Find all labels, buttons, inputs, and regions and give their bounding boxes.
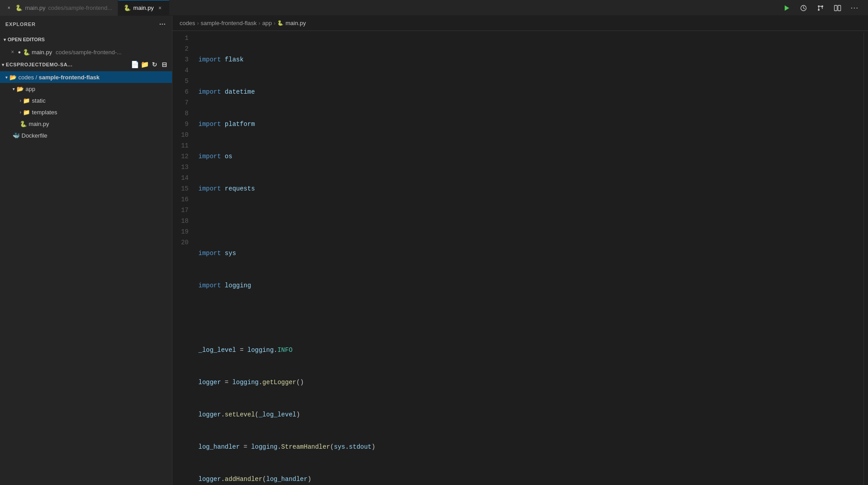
- refresh-icon[interactable]: ↻: [150, 61, 159, 69]
- svg-rect-6: [838, 5, 841, 11]
- breadcrumb-codes[interactable]: codes: [180, 20, 195, 26]
- mainpy-icon: 🐍: [20, 120, 27, 127]
- breadcrumb-file-icon: 🐍: [277, 20, 284, 26]
- breadcrumb-mainpy[interactable]: main.py: [285, 20, 306, 26]
- code-line-13: log_handler = logging.StreamHandler(sys.…: [198, 442, 864, 452]
- branch-compare-icon[interactable]: [814, 2, 827, 14]
- open-editors-label: OPEN EDITORS: [8, 37, 45, 42]
- open-editor-filename: main.py: [32, 49, 52, 56]
- app-chevron-open: ▾: [13, 87, 15, 91]
- folder-templates[interactable]: › 📁 templates: [0, 106, 172, 118]
- breadcrumb-project[interactable]: sample-frontend-flask: [201, 20, 257, 26]
- code-line-7: import sys: [198, 248, 864, 259]
- code-line-9: [198, 312, 864, 323]
- breadcrumb: codes › sample-frontend-flask › app › 🐍 …: [172, 16, 868, 31]
- line-numbers: 12345 678910 1112131415 1617181920: [172, 33, 198, 485]
- svg-point-2: [818, 5, 820, 7]
- tab-label-active: main.py: [133, 4, 154, 11]
- app-folder-label: app: [26, 86, 35, 92]
- explorer-title: EXPLORER: [5, 22, 36, 27]
- open-editor-mainpy[interactable]: × ● 🐍 main.py codes/sample-frontend-...: [0, 46, 172, 58]
- editor-area: codes › sample-frontend-flask › app › 🐍 …: [172, 16, 868, 485]
- code-line-14: logger.addHandler(log_handler): [198, 474, 864, 485]
- dockerfile-icon: 🐳: [13, 132, 20, 139]
- code-line-6: [198, 216, 864, 226]
- minimap: [864, 33, 868, 485]
- dockerfile-label: Dockerfile: [21, 132, 47, 139]
- split-editor-icon[interactable]: [831, 2, 844, 14]
- open-editors-chevron: ▾: [4, 37, 6, 42]
- breadcrumb-sep-1: ›: [197, 20, 199, 26]
- code-line-8: import logging: [198, 280, 864, 291]
- code-content: import flask import datetime import plat…: [198, 33, 864, 485]
- svg-rect-5: [834, 5, 837, 11]
- static-chevron: ›: [20, 98, 21, 103]
- svg-marker-0: [785, 5, 789, 11]
- templates-folder-label: templates: [32, 109, 57, 116]
- close-editor-icon[interactable]: ×: [9, 49, 16, 55]
- tab-main-py-modified[interactable]: × 🐍 main.py codes/sample-frontend...: [0, 0, 118, 16]
- more-actions-icon[interactable]: ···: [848, 2, 861, 14]
- file-mainpy[interactable]: 🐍 main.py: [0, 118, 172, 130]
- breadcrumb-sep-2: ›: [258, 20, 260, 26]
- open-editor-path: codes/sample-frontend-...: [56, 49, 121, 56]
- templates-folder-icon: 📁: [23, 108, 30, 116]
- folder-name: codes / sample-frontend-flask: [18, 74, 99, 81]
- folder-sample-frontend-flask[interactable]: ▾ 📂 codes / sample-frontend-flask: [0, 71, 172, 83]
- breadcrumb-app[interactable]: app: [262, 20, 272, 26]
- mainpy-label: main.py: [29, 121, 49, 127]
- more-options-icon[interactable]: ···: [159, 20, 167, 28]
- breadcrumb-sep-3: ›: [274, 20, 275, 26]
- project-section[interactable]: ▾ ECSPROJECTDEMO-SA... 📄 📁 ↻ ⊟: [0, 58, 172, 71]
- folder-chevron-open: ▾: [5, 75, 8, 80]
- tab-main-py-active[interactable]: 🐍 main.py ×: [118, 0, 170, 16]
- python-file-icon: 🐍: [23, 48, 30, 56]
- static-folder-label: static: [32, 97, 45, 104]
- code-line-4: import os: [198, 151, 864, 162]
- static-folder-icon: 📁: [23, 97, 30, 104]
- modified-dot-icon: ●: [18, 49, 21, 55]
- project-chevron: ▾: [2, 62, 4, 67]
- tab-close-button[interactable]: ×: [156, 4, 163, 12]
- explorer-header: EXPLORER ···: [0, 16, 172, 33]
- code-line-10: _log_level = logging.INFO: [198, 345, 864, 355]
- close-modified-icon[interactable]: ×: [5, 4, 13, 11]
- collapse-all-icon[interactable]: ⊟: [160, 61, 168, 69]
- run-button[interactable]: [780, 2, 793, 14]
- tab-label-inactive: main.py: [25, 4, 46, 11]
- code-line-2: import datetime: [198, 87, 864, 97]
- templates-chevron: ›: [20, 110, 21, 115]
- project-name: ECSPROJECTDEMO-SA...: [6, 62, 73, 67]
- new-folder-icon[interactable]: 📁: [141, 61, 149, 69]
- tab-path-inactive: codes/sample-frontend...: [48, 4, 112, 11]
- new-file-icon[interactable]: 📄: [131, 61, 139, 69]
- tab-file-icon: 🐍: [15, 4, 22, 11]
- sidebar: EXPLORER ··· ▾ OPEN EDITORS × ● 🐍 main.p…: [0, 16, 172, 485]
- folder-open-icon: 📂: [9, 74, 17, 81]
- code-line-1: import flask: [198, 54, 864, 65]
- code-line-12: logger.setLevel(_log_level): [198, 409, 864, 420]
- file-dockerfile[interactable]: 🐳 Dockerfile: [0, 130, 172, 141]
- code-line-11: logger = logging.getLogger(): [198, 377, 864, 388]
- code-container[interactable]: 12345 678910 1112131415 1617181920 impor…: [172, 31, 868, 485]
- code-line-3: import platform: [198, 119, 864, 130]
- folder-app[interactable]: ▾ 📂 app: [0, 83, 172, 95]
- app-folder-icon: 📂: [17, 85, 24, 92]
- code-line-5: import requests: [198, 183, 864, 194]
- open-editors-section[interactable]: ▾ OPEN EDITORS: [0, 33, 172, 46]
- tab-file-icon-active: 🐍: [124, 4, 131, 11]
- history-icon[interactable]: [797, 2, 810, 14]
- folder-static[interactable]: › 📁 static: [0, 95, 172, 106]
